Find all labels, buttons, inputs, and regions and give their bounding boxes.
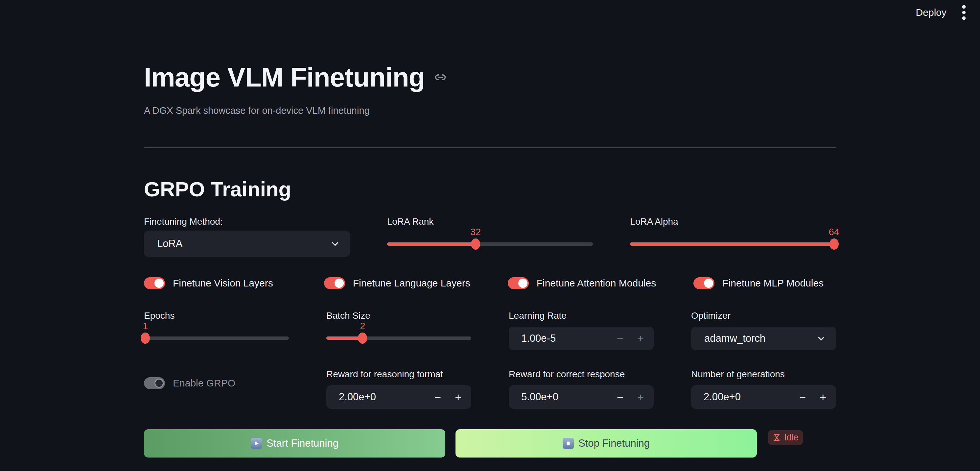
finetune-mlp-label: Finetune MLP Modules	[722, 278, 824, 289]
page-subtitle: A DGX Spark showcase for on-device VLM f…	[144, 105, 836, 116]
epochs-slider: Epochs 1	[144, 310, 289, 340]
learning-rate-decrement-button[interactable]: −	[617, 333, 624, 344]
top-bar: Deploy	[0, 0, 980, 25]
finetune-mlp-toggle-row: Finetune MLP Modules	[694, 277, 836, 289]
reward-reasoning-increment-button[interactable]: +	[455, 391, 461, 402]
section-heading: GRPO Training	[144, 177, 836, 201]
num-generations-decrement-button[interactable]: −	[799, 391, 806, 402]
chevron-down-icon	[817, 334, 826, 343]
optimizer-field: Optimizer adamw_torch	[691, 310, 836, 350]
finetuning-method-value: LoRA	[157, 238, 183, 250]
batch-size-label: Batch Size	[326, 310, 471, 321]
finetune-language-toggle-row: Finetune Language Layers	[324, 277, 470, 289]
reward-reasoning-label: Reward for reasoning format	[326, 369, 471, 380]
optimizer-value: adamw_torch	[704, 332, 765, 344]
learning-rate-label: Learning Rate	[509, 310, 654, 321]
num-generations-value[interactable]: 2.00e+0	[704, 391, 799, 403]
stop-icon	[563, 438, 574, 449]
reward-correct-field: Reward for correct response 5.00e+0 − +	[509, 369, 654, 409]
optimizer-dropdown[interactable]: adamw_torch	[691, 327, 836, 350]
hourglass-icon	[772, 433, 781, 442]
learning-rate-field: Learning Rate 1.00e-5 − +	[509, 310, 654, 350]
lora-alpha-value[interactable]: 64	[829, 227, 839, 238]
num-generations-increment-button[interactable]: +	[819, 391, 826, 402]
learning-rate-increment-button[interactable]: +	[637, 333, 644, 344]
finetune-language-label: Finetune Language Layers	[353, 278, 470, 289]
lora-rank-label: LoRA Rank	[387, 216, 593, 227]
lora-rank-track[interactable]	[387, 243, 593, 246]
enable-grpo-label: Enable GRPO	[173, 378, 235, 389]
lora-rank-slider: LoRA Rank 32	[387, 216, 593, 246]
reward-correct-label: Reward for correct response	[509, 369, 654, 380]
num-generations-field: Number of generations 2.00e+0 − +	[691, 369, 836, 409]
finetune-vision-toggle-row: Finetune Vision Layers	[144, 277, 286, 289]
finetuning-method-dropdown[interactable]: LoRA	[144, 231, 350, 257]
num-generations-input[interactable]: 2.00e+0 − +	[691, 385, 836, 409]
status-badge: Idle	[768, 430, 803, 445]
finetune-vision-toggle[interactable]	[144, 277, 165, 289]
reward-reasoning-input[interactable]: 2.00e+0 − +	[326, 385, 471, 409]
play-icon	[251, 438, 262, 449]
finetune-mlp-toggle[interactable]	[694, 277, 714, 289]
finetune-vision-label: Finetune Vision Layers	[173, 278, 273, 289]
page-title: Image VLM Finetuning	[144, 62, 425, 93]
start-finetuning-button[interactable]: Start Finetuning	[144, 429, 445, 458]
lora-alpha-track[interactable]	[630, 243, 836, 246]
finetuning-method-label: Finetuning Method:	[144, 216, 350, 227]
batch-size-handle[interactable]	[358, 332, 367, 344]
finetune-attention-label: Finetune Attention Modules	[537, 278, 656, 289]
status-label: Idle	[784, 433, 799, 443]
main-content: Image VLM Finetuning A DGX Spark showcas…	[144, 62, 836, 458]
reward-correct-input[interactable]: 5.00e+0 − +	[509, 385, 654, 409]
link-icon[interactable]	[434, 71, 447, 83]
num-generations-label: Number of generations	[691, 369, 836, 380]
lora-alpha-label: LoRA Alpha	[630, 216, 836, 227]
batch-size-track[interactable]	[326, 337, 471, 340]
lora-rank-handle[interactable]	[471, 238, 480, 250]
batch-size-value[interactable]: 2	[360, 321, 365, 332]
lora-alpha-handle[interactable]	[829, 238, 839, 250]
enable-grpo-toggle[interactable]	[144, 377, 165, 389]
learning-rate-value[interactable]: 1.00e-5	[521, 332, 617, 344]
batch-size-slider: Batch Size 2	[326, 310, 471, 340]
epochs-track[interactable]	[144, 337, 289, 340]
reward-reasoning-field: Reward for reasoning format 2.00e+0 − +	[326, 369, 471, 409]
epochs-value[interactable]: 1	[143, 321, 148, 332]
lora-rank-value[interactable]: 32	[470, 227, 481, 238]
reward-reasoning-decrement-button[interactable]: −	[434, 391, 441, 402]
chevron-down-icon	[331, 239, 339, 248]
reward-correct-decrement-button[interactable]: −	[617, 391, 624, 402]
epochs-handle[interactable]	[141, 332, 150, 344]
deploy-button[interactable]: Deploy	[916, 7, 947, 18]
finetune-language-toggle[interactable]	[324, 277, 345, 289]
reward-correct-increment-button[interactable]: +	[637, 391, 644, 402]
epochs-label: Epochs	[144, 310, 289, 321]
enable-grpo-toggle-row: Enable GRPO	[144, 377, 289, 389]
reward-reasoning-value[interactable]: 2.00e+0	[339, 391, 434, 403]
finetune-attention-toggle-row: Finetune Attention Modules	[508, 277, 656, 289]
lora-alpha-slider: LoRA Alpha 64	[630, 216, 836, 246]
kebab-menu-icon[interactable]	[962, 5, 966, 21]
stop-finetuning-button[interactable]: Stop Finetuning	[455, 429, 757, 458]
finetune-attention-toggle[interactable]	[508, 277, 529, 289]
section-divider	[144, 147, 836, 148]
learning-rate-input[interactable]: 1.00e-5 − +	[509, 327, 654, 350]
optimizer-label: Optimizer	[691, 310, 836, 321]
finetuning-method-field: Finetuning Method: LoRA	[144, 216, 350, 257]
reward-correct-value[interactable]: 5.00e+0	[521, 391, 617, 403]
